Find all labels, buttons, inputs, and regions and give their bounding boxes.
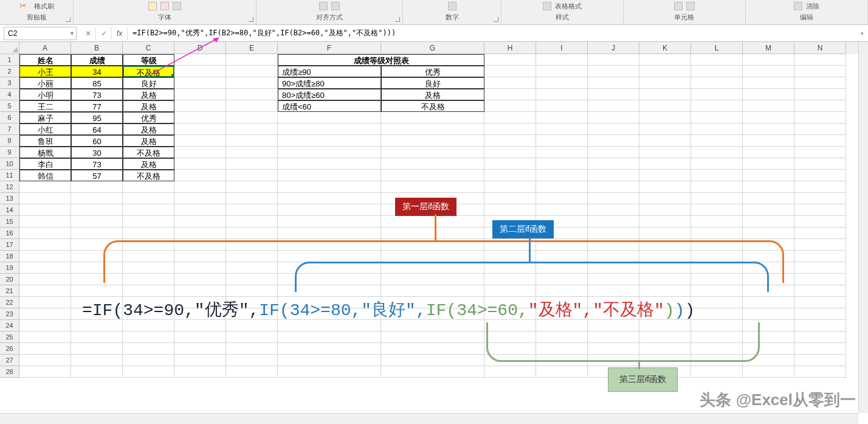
cell[interactable] xyxy=(691,204,743,216)
cell[interactable] xyxy=(71,274,123,285)
worksheet-grid[interactable]: A B C D E F G H I J K L M N 1姓名成绩等级成绩等级对… xyxy=(0,42,868,413)
merge-icon[interactable] xyxy=(331,2,340,10)
cell[interactable] xyxy=(639,285,691,297)
cell[interactable] xyxy=(588,54,639,66)
cell[interactable] xyxy=(174,285,226,297)
cell[interactable] xyxy=(174,112,226,123)
cell[interactable] xyxy=(794,89,846,100)
cell[interactable] xyxy=(484,193,536,204)
cell[interactable] xyxy=(639,274,691,285)
cell[interactable] xyxy=(794,320,846,332)
cell[interactable]: 良好 xyxy=(123,77,174,89)
cell[interactable] xyxy=(381,366,484,378)
cell[interactable] xyxy=(794,204,846,216)
row-header[interactable]: 25 xyxy=(0,332,19,343)
cell[interactable]: 等级 xyxy=(123,54,174,66)
cell[interactable] xyxy=(226,355,278,366)
cell[interactable] xyxy=(381,343,484,355)
cell[interactable] xyxy=(794,193,846,204)
cell[interactable] xyxy=(691,170,743,181)
cell[interactable] xyxy=(226,239,278,251)
cell[interactable] xyxy=(71,251,123,262)
cell[interactable] xyxy=(19,204,71,216)
cell[interactable] xyxy=(123,262,174,274)
col-header[interactable]: F xyxy=(278,42,381,54)
cell[interactable] xyxy=(123,320,174,332)
cell[interactable] xyxy=(381,285,484,297)
cell[interactable]: 95 xyxy=(71,112,123,123)
cell[interactable] xyxy=(226,274,278,285)
row-header[interactable]: 16 xyxy=(0,228,19,239)
row-header[interactable]: 10 xyxy=(0,158,19,170)
cell[interactable] xyxy=(536,251,588,262)
align-icon[interactable] xyxy=(319,2,328,10)
row-header[interactable]: 27 xyxy=(0,355,19,366)
cell[interactable] xyxy=(536,193,588,204)
cell[interactable] xyxy=(639,66,691,77)
cell[interactable] xyxy=(226,147,278,158)
cell[interactable] xyxy=(123,239,174,251)
cell[interactable] xyxy=(278,204,381,216)
cell[interactable] xyxy=(536,262,588,274)
cell[interactable] xyxy=(226,123,278,135)
cell[interactable] xyxy=(794,123,846,135)
cell[interactable] xyxy=(381,135,484,147)
col-header[interactable]: H xyxy=(484,42,536,54)
cell[interactable] xyxy=(19,193,71,204)
cell[interactable] xyxy=(226,100,278,112)
cell[interactable] xyxy=(691,158,743,170)
cell[interactable] xyxy=(19,262,71,274)
cell[interactable]: 73 xyxy=(71,158,123,170)
cell[interactable] xyxy=(381,216,484,228)
cell[interactable] xyxy=(278,285,381,297)
cell[interactable]: 不及格 xyxy=(123,147,174,158)
cell[interactable] xyxy=(691,332,743,343)
cell[interactable] xyxy=(588,123,639,135)
cell[interactable] xyxy=(639,54,691,66)
cell[interactable] xyxy=(794,251,846,262)
cell[interactable] xyxy=(226,193,278,204)
dialog-launcher-icon[interactable] xyxy=(66,17,71,22)
cell[interactable] xyxy=(743,181,794,193)
cell[interactable] xyxy=(639,147,691,158)
cell[interactable] xyxy=(743,77,794,89)
cell[interactable]: 30 xyxy=(71,147,123,158)
cell[interactable] xyxy=(536,274,588,285)
cell[interactable] xyxy=(794,158,846,170)
cell[interactable] xyxy=(226,251,278,262)
cell[interactable] xyxy=(794,112,846,123)
cell[interactable] xyxy=(691,285,743,297)
cell[interactable] xyxy=(174,332,226,343)
cell[interactable] xyxy=(588,147,639,158)
cell[interactable] xyxy=(536,123,588,135)
col-header[interactable]: K xyxy=(639,42,691,54)
ribbon-group-number[interactable]: 数字 xyxy=(403,0,501,24)
cell[interactable] xyxy=(71,332,123,343)
cell[interactable] xyxy=(174,366,226,378)
cell[interactable] xyxy=(174,54,226,66)
cell[interactable] xyxy=(743,54,794,66)
cell[interactable] xyxy=(588,158,639,170)
cell[interactable] xyxy=(226,77,278,89)
cell[interactable] xyxy=(19,228,71,239)
row-header[interactable]: 8 xyxy=(0,135,19,147)
cell[interactable] xyxy=(794,239,846,251)
dialog-launcher-icon[interactable] xyxy=(494,17,498,22)
cell[interactable] xyxy=(743,170,794,181)
cell[interactable] xyxy=(639,193,691,204)
ribbon-group-cell[interactable]: 单元格 xyxy=(624,0,746,24)
cell[interactable] xyxy=(19,297,71,308)
cell[interactable] xyxy=(794,135,846,147)
cell[interactable] xyxy=(71,216,123,228)
fx-button[interactable]: fx xyxy=(112,27,128,40)
cell[interactable] xyxy=(588,135,639,147)
clear-icon[interactable] xyxy=(794,2,802,10)
cell[interactable] xyxy=(536,204,588,216)
cell[interactable] xyxy=(174,274,226,285)
cell[interactable] xyxy=(71,355,123,366)
cell[interactable] xyxy=(588,239,639,251)
cell[interactable] xyxy=(381,332,484,343)
cell[interactable] xyxy=(226,181,278,193)
cell[interactable] xyxy=(743,228,794,239)
cell[interactable] xyxy=(381,251,484,262)
